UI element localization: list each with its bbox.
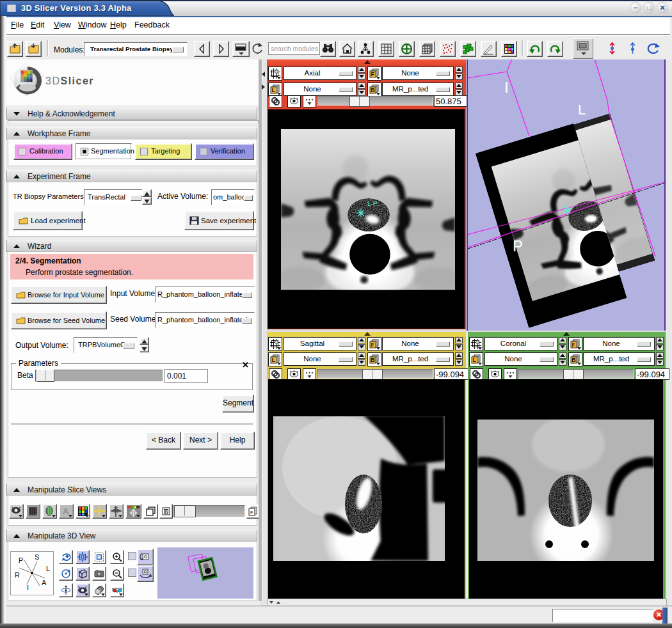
svg-text:L: L [578,102,586,118]
svg-text:B: B [371,357,375,363]
svg-text:R: R [15,571,20,579]
svg-text:L: L [272,357,276,363]
svg-text:F: F [250,510,253,515]
svg-text:P: P [19,556,23,564]
svg-text:L: L [46,565,50,572]
svg-text:L: L [272,87,276,93]
svg-text:F: F [371,341,375,348]
svg-text:I: I [27,584,29,592]
svg-text:A: A [42,579,47,586]
svg-text:B: B [572,357,576,363]
svg-text:B: B [165,510,168,514]
svg-text:F: F [572,341,576,348]
svg-text:F: F [371,71,375,77]
svg-text:P: P [513,237,523,255]
svg-text:I: I [504,79,509,96]
svg-text:S: S [35,553,39,561]
svg-text:L-P: L-P [367,200,378,207]
svg-text:B: B [371,87,375,93]
svg-text:3DSlicer: 3DSlicer [45,75,94,86]
svg-text:L: L [473,357,477,363]
